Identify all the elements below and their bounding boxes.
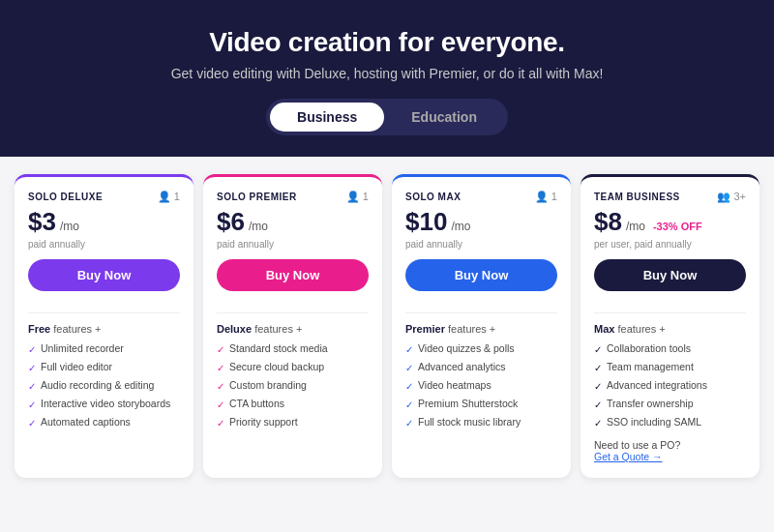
discount-badge-team-business: -33% OFF [653, 221, 702, 232]
plan-name-solo-premier: SOLO PREMIER [217, 192, 297, 202]
check-icon: ✓ [405, 343, 413, 356]
billing-note-solo-deluxe: paid annually [28, 239, 180, 250]
check-icon: ✓ [28, 362, 36, 374]
user-icon-solo-deluxe: 👤 1 [158, 191, 180, 203]
feature-item: ✓ Team management [594, 361, 746, 374]
plan-toggle: Business Education [19, 99, 755, 135]
user-icon-team-business: 👥 3+ [717, 191, 746, 203]
price-period-solo-max: /mo [451, 220, 470, 233]
price-row-solo-premier: $6 /mo [217, 207, 369, 237]
price-period-solo-premier: /mo [249, 220, 268, 233]
feature-item: ✓ Video quizzes & polls [405, 342, 557, 356]
page-subtitle: Get video editing with Deluxe, hosting w… [19, 66, 755, 81]
feature-list-solo-premier: ✓ Standard stock media ✓ Secure cloud ba… [217, 342, 369, 429]
check-icon: ✓ [405, 380, 413, 393]
toggle-container: Business Education [266, 99, 508, 135]
card-solo-premier: SOLO PREMIER 👤 1 $6 /mo paid annually Bu… [203, 174, 382, 478]
feature-item: ✓ Full stock music library [405, 416, 557, 429]
feature-item: ✓ Audio recording & editing [28, 379, 180, 393]
user-icon-solo-premier: 👤 1 [346, 191, 369, 203]
check-icon: ✓ [217, 362, 224, 374]
feature-item: ✓ Custom branding [217, 379, 369, 393]
buy-btn-solo-premier[interactable]: Buy Now [217, 259, 369, 291]
card-team-business: TEAM BUSINESS 👥 3+ $8 /mo -33% OFF per u… [580, 174, 759, 478]
feature-item: ✓ Premium Shutterstock [405, 398, 557, 411]
check-icon: ✓ [405, 362, 413, 374]
check-icon: ✓ [594, 343, 602, 356]
price-row-team-business: $8 /mo -33% OFF [594, 207, 746, 237]
check-icon: ✓ [28, 380, 36, 393]
check-icon: ✓ [405, 399, 413, 411]
billing-note-solo-premier: paid annually [217, 239, 369, 250]
check-icon: ✓ [217, 343, 224, 356]
check-icon: ✓ [594, 362, 602, 374]
features-label-solo-premier: Deluxe features + [217, 323, 369, 335]
feature-item: ✓ Priority support [217, 416, 369, 429]
feature-item: ✓ Transfer ownership [594, 398, 746, 411]
price-solo-max: $10 [405, 207, 447, 237]
feature-item: ✓ Automated captions [28, 416, 180, 429]
billing-note-solo-max: paid annually [405, 239, 557, 250]
page-title: Video creation for everyone. [19, 27, 755, 58]
features-label-team-business: Max features + [594, 323, 746, 335]
plan-name-solo-max: SOLO MAX [405, 192, 461, 202]
check-icon: ✓ [594, 380, 602, 393]
po-section: Need to use a PO? Get a Quote → [594, 439, 746, 462]
feature-item: ✓ Collaboration tools [594, 342, 746, 356]
billing-note-team-business: per user, paid annually [594, 239, 746, 250]
feature-item: ✓ Advanced integrations [594, 379, 746, 393]
feature-item: ✓ Full video editor [28, 361, 180, 374]
feature-item: ✓ Interactive video storyboards [28, 398, 180, 411]
buy-btn-solo-max[interactable]: Buy Now [405, 259, 557, 291]
feature-list-solo-deluxe: ✓ Unlimited recorder ✓ Full video editor… [28, 342, 180, 429]
check-icon: ✓ [217, 380, 224, 393]
po-text: Need to use a PO? [594, 439, 680, 451]
check-icon: ✓ [28, 417, 36, 429]
feature-list-solo-max: ✓ Video quizzes & polls ✓ Advanced analy… [405, 342, 557, 429]
check-icon: ✓ [217, 399, 224, 411]
buy-btn-solo-deluxe[interactable]: Buy Now [28, 259, 180, 291]
buy-btn-team-business[interactable]: Buy Now [594, 259, 746, 291]
feature-item: ✓ CTA buttons [217, 398, 369, 411]
price-row-solo-deluxe: $3 /mo [28, 207, 180, 237]
page-header: Video creation for everyone. Get video e… [0, 0, 774, 157]
feature-item: ✓ Secure cloud backup [217, 361, 369, 374]
user-icon-solo-max: 👤 1 [535, 191, 557, 203]
feature-item: ✓ SSO including SAML [594, 416, 746, 429]
card-solo-max: SOLO MAX 👤 1 $10 /mo paid annually Buy N… [392, 174, 571, 478]
card-header-solo-premier: SOLO PREMIER 👤 1 [217, 191, 369, 203]
check-icon: ✓ [405, 417, 413, 429]
feature-item: ✓ Video heatmaps [405, 379, 557, 393]
price-team-business: $8 [594, 207, 622, 237]
card-header-solo-deluxe: SOLO DELUXE 👤 1 [28, 191, 180, 203]
price-solo-premier: $6 [217, 207, 245, 237]
feature-list-team-business: ✓ Collaboration tools ✓ Team management … [594, 342, 746, 429]
check-icon: ✓ [28, 399, 36, 411]
check-icon: ✓ [594, 417, 602, 429]
card-header-team-business: TEAM BUSINESS 👥 3+ [594, 191, 746, 203]
plan-name-solo-deluxe: SOLO DELUXE [28, 192, 103, 202]
check-icon: ✓ [28, 343, 36, 356]
features-label-solo-max: Premier features + [405, 323, 557, 335]
business-toggle-btn[interactable]: Business [270, 103, 384, 132]
price-solo-deluxe: $3 [28, 207, 56, 237]
price-period-solo-deluxe: /mo [60, 220, 79, 233]
card-header-solo-max: SOLO MAX 👤 1 [405, 191, 557, 203]
price-period-team-business: /mo [626, 220, 645, 233]
features-label-solo-deluxe: Free features + [28, 323, 180, 335]
pricing-cards: SOLO DELUXE 👤 1 $3 /mo paid annually Buy… [0, 157, 774, 497]
feature-item: ✓ Advanced analytics [405, 361, 557, 374]
feature-item: ✓ Standard stock media [217, 342, 369, 356]
get-quote-link[interactable]: Get a Quote → [594, 451, 663, 462]
feature-item: ✓ Unlimited recorder [28, 342, 180, 356]
education-toggle-btn[interactable]: Education [384, 103, 504, 132]
plan-name-team-business: TEAM BUSINESS [594, 192, 680, 202]
check-icon: ✓ [217, 417, 224, 429]
card-solo-deluxe: SOLO DELUXE 👤 1 $3 /mo paid annually Buy… [15, 174, 194, 478]
check-icon: ✓ [594, 399, 602, 411]
price-row-solo-max: $10 /mo [405, 207, 557, 237]
